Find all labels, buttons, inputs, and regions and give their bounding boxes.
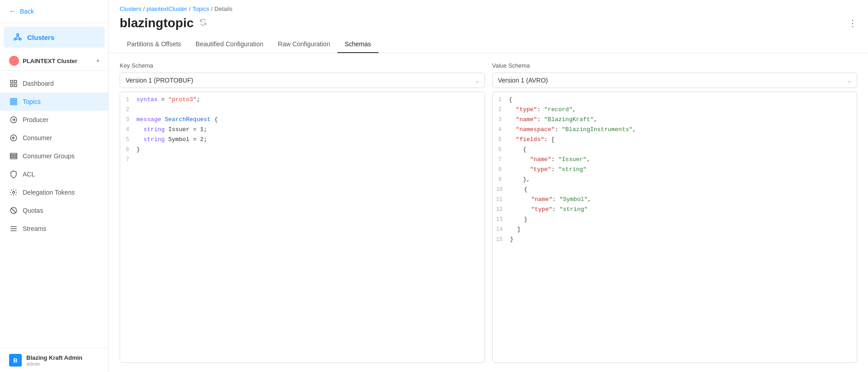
dashboard-icon	[9, 79, 18, 88]
sidebar-item-label-dashboard: Dashboard	[23, 80, 54, 87]
avatar: B	[9, 354, 22, 367]
streams-icon	[9, 224, 18, 233]
back-button[interactable]: ← Back	[0, 0, 108, 23]
svg-line-28	[15, 190, 16, 191]
code-line: 14 ]	[493, 225, 857, 235]
svg-rect-8	[10, 84, 13, 87]
tab-beautified[interactable]: Beautified Configuration	[189, 36, 271, 53]
sidebar-item-consumer[interactable]: Consumer	[0, 129, 108, 147]
breadcrumb-sep2: /	[189, 5, 191, 12]
code-line: 2	[120, 105, 485, 115]
sidebar-item-delegation-tokens[interactable]: Delegation Tokens	[0, 183, 108, 201]
svg-line-25	[11, 190, 12, 191]
tab-schemas[interactable]: Schemas	[337, 36, 378, 53]
consumer-groups-icon	[9, 152, 18, 161]
svg-rect-19	[10, 157, 17, 159]
code-line: 9 },	[493, 175, 857, 185]
code-line: 5 "fields": [	[493, 135, 857, 145]
acl-icon	[9, 170, 18, 179]
clusters-icon	[13, 32, 23, 42]
sidebar-item-label-producer: Producer	[23, 116, 48, 123]
svg-line-4	[18, 35, 19, 38]
delegation-tokens-icon	[9, 188, 18, 197]
more-options-icon[interactable]: ⋮	[848, 18, 857, 29]
page-title: blazingtopic	[120, 16, 194, 30]
code-line: 2 "type": "record",	[493, 105, 857, 115]
cluster-selector[interactable]: PLAINTEXT Cluster ▾	[0, 51, 108, 71]
key-schema-label: Key Schema	[120, 62, 485, 69]
code-line: 3 message SearchRequest {	[120, 115, 485, 125]
key-schema-editor[interactable]: 1 syntax = "proto3"; 2 3 message SearchR…	[120, 92, 485, 363]
sidebar-item-dashboard[interactable]: Dashboard	[0, 74, 108, 93]
code-line: 4 "namespace": "BlazingInstruments",	[493, 125, 857, 135]
sidebar-item-producer[interactable]: Producer	[0, 111, 108, 129]
svg-line-3	[16, 35, 18, 38]
main-content: Clusters / plaintextCluster / Topics / D…	[109, 0, 868, 372]
code-line: 10 {	[493, 185, 857, 195]
svg-line-30	[11, 208, 16, 213]
breadcrumb-topics[interactable]: Topics	[193, 5, 209, 12]
sidebar-footer: B Blazing Kraft Admin admin	[0, 348, 108, 372]
sidebar-item-quotas[interactable]: Quotas	[0, 201, 108, 220]
key-schema-version-select[interactable]: Version 1 (PROTOBUF)	[120, 73, 485, 88]
footer-role: admin	[26, 361, 82, 367]
code-line: 11 "name": "Symbol",	[493, 195, 857, 205]
sidebar-item-streams[interactable]: Streams	[0, 220, 108, 238]
svg-rect-11	[10, 101, 17, 103]
svg-point-20	[13, 191, 15, 194]
code-line: 6 {	[493, 145, 857, 155]
svg-rect-10	[10, 98, 17, 100]
svg-line-27	[11, 194, 12, 195]
svg-rect-17	[10, 153, 17, 155]
breadcrumb: Clusters / plaintextCluster / Topics / D…	[109, 0, 868, 14]
code-line: 7	[120, 155, 485, 165]
sidebar-item-acl[interactable]: ACL	[0, 165, 108, 183]
sidebar-item-label-streams: Streams	[23, 225, 46, 232]
clusters-nav-item[interactable]: Clusters	[4, 27, 105, 48]
sidebar-item-label-consumer-groups: Consumer Groups	[23, 152, 74, 160]
tab-partitions[interactable]: Partitions & Offsets	[120, 36, 189, 53]
page-header: blazingtopic ⋮	[109, 14, 868, 36]
svg-point-1	[14, 38, 16, 40]
svg-rect-6	[10, 80, 13, 83]
value-schema-label: Value Schema	[492, 62, 858, 69]
value-schema-version-select[interactable]: Version 1 (AVRO)	[492, 73, 858, 88]
sidebar-item-topics[interactable]: Topics	[0, 93, 108, 111]
sidebar: ← Back Clusters PLAINTEXT Cluster ▾ Dash…	[0, 0, 109, 372]
svg-rect-7	[15, 80, 17, 83]
sidebar-item-consumer-groups[interactable]: Consumer Groups	[0, 147, 108, 165]
breadcrumb-sep1: /	[143, 5, 145, 12]
value-schema-editor[interactable]: 1 { 2 "type": "record", 3 "name": "Blazi…	[492, 92, 858, 363]
svg-point-2	[19, 38, 21, 40]
sidebar-item-label-topics: Topics	[23, 98, 41, 105]
svg-point-0	[17, 34, 19, 35]
schemas-content: Key Schema Version 1 (PROTOBUF) 1 syntax…	[109, 53, 868, 372]
clusters-label: Clusters	[27, 34, 54, 41]
producer-icon	[9, 115, 18, 124]
refresh-icon[interactable]	[199, 18, 207, 28]
svg-rect-18	[10, 156, 17, 157]
code-line: 15 }	[493, 235, 857, 245]
tabs-bar: Partitions & Offsets Beautified Configur…	[109, 36, 868, 53]
breadcrumb-details: Details	[214, 5, 233, 12]
code-line: 7 "name": "Issuer",	[493, 155, 857, 165]
topics-icon	[9, 97, 18, 106]
footer-username: Blazing Kraft Admin	[26, 354, 82, 361]
code-line: 13 }	[493, 215, 857, 225]
svg-rect-12	[10, 103, 17, 105]
sidebar-item-label-consumer: Consumer	[23, 134, 52, 142]
svg-line-26	[15, 194, 16, 195]
breadcrumb-clusters[interactable]: Clusters	[120, 5, 141, 12]
breadcrumb-cluster[interactable]: plaintextCluster	[146, 5, 187, 12]
code-line: 12 "type": "string"	[493, 205, 857, 215]
key-schema-panel: Key Schema Version 1 (PROTOBUF) 1 syntax…	[120, 62, 485, 363]
back-label: Back	[20, 8, 34, 15]
sidebar-item-label-acl: ACL	[23, 171, 35, 178]
tab-raw[interactable]: Raw Configuration	[271, 36, 337, 53]
sidebar-item-label-quotas: Quotas	[23, 207, 43, 214]
cluster-dot-icon	[9, 56, 19, 66]
breadcrumb-sep3: /	[211, 5, 213, 12]
value-schema-panel: Value Schema Version 1 (AVRO) 1 { 2 "typ…	[492, 62, 858, 363]
cluster-name: PLAINTEXT Cluster	[23, 58, 93, 64]
sidebar-item-label-delegation-tokens: Delegation Tokens	[23, 189, 75, 196]
